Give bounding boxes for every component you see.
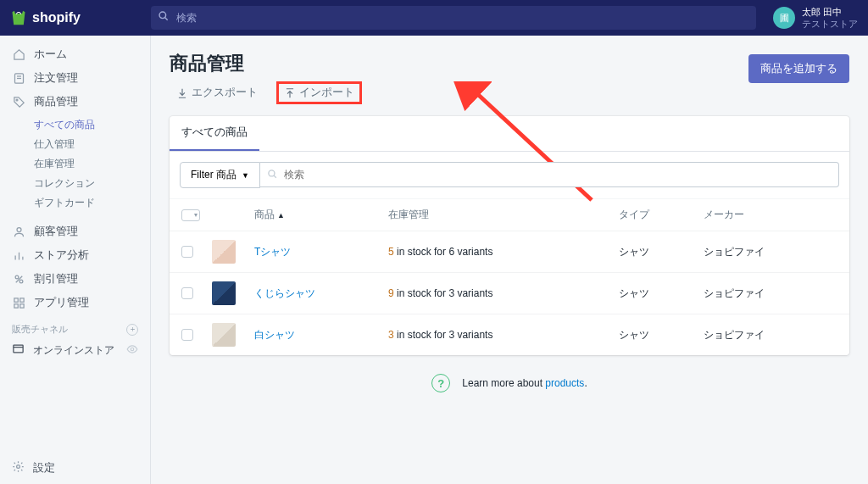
page-title: 商品管理 bbox=[170, 51, 362, 76]
channels-header: 販売チャネル ＋ bbox=[0, 314, 150, 339]
col-type[interactable]: タイプ bbox=[619, 208, 704, 222]
upload-icon bbox=[284, 87, 296, 99]
learn-suffix: . bbox=[584, 377, 587, 389]
channel-online-store[interactable]: オンラインストア bbox=[0, 339, 150, 361]
products-submenu: すべての商品 仕入管理 在庫管理 コレクション ギフトカード bbox=[0, 114, 150, 220]
vendor-cell: ショピファイ bbox=[704, 287, 837, 301]
global-search-input[interactable] bbox=[151, 6, 756, 30]
svg-rect-13 bbox=[14, 298, 17, 301]
filter-products-button[interactable]: Filter 商品 ▼ bbox=[180, 162, 260, 188]
avatar: 圃 bbox=[773, 7, 795, 29]
subnav-all-products[interactable]: すべての商品 bbox=[0, 115, 150, 135]
product-link[interactable]: くじらシャツ bbox=[254, 287, 315, 299]
export-button[interactable]: エクスポート bbox=[170, 81, 264, 104]
user-text: 太郎 田中 テストストア bbox=[802, 6, 858, 31]
col-vendor[interactable]: メーカー bbox=[704, 208, 837, 222]
subnav-transfers[interactable]: 仕入管理 bbox=[0, 135, 150, 154]
gear-icon bbox=[12, 460, 25, 476]
sidebar: ホーム 注文管理 商品管理 すべての商品 仕入管理 在庫管理 コレクション ギフ… bbox=[0, 36, 151, 484]
store-name: テストストア bbox=[802, 18, 858, 30]
svg-point-5 bbox=[16, 99, 18, 101]
row-checkbox[interactable] bbox=[181, 246, 193, 258]
type-cell: シャツ bbox=[619, 245, 704, 259]
row-checkbox[interactable] bbox=[181, 329, 193, 341]
card-tabs: すべての商品 bbox=[170, 116, 849, 152]
nav-discounts[interactable]: 割引管理 bbox=[0, 267, 150, 291]
customer-icon bbox=[12, 225, 25, 238]
col-inventory[interactable]: 在庫管理 bbox=[388, 208, 619, 222]
help-icon: ? bbox=[431, 374, 450, 392]
download-icon bbox=[176, 87, 188, 99]
nav-orders[interactable]: 注文管理 bbox=[0, 66, 150, 90]
shopify-bag-icon bbox=[10, 9, 27, 26]
filter-row: Filter 商品 ▼ bbox=[170, 152, 849, 199]
user-menu[interactable]: 圃 太郎 田中 テストストア bbox=[773, 6, 858, 31]
svg-rect-15 bbox=[14, 303, 17, 307]
table-row[interactable]: くじらシャツ9 in stock for 3 variantsシャツショピファイ bbox=[170, 272, 849, 314]
vendor-cell: ショピファイ bbox=[704, 245, 837, 259]
search-icon bbox=[158, 10, 170, 25]
top-bar: shopify 圃 太郎 田中 テストストア bbox=[0, 0, 868, 36]
nav-customers[interactable]: 顧客管理 bbox=[0, 220, 150, 243]
product-thumbnail bbox=[212, 323, 236, 347]
learn-more: ? Learn more about products. bbox=[170, 355, 849, 411]
table-row[interactable]: 白シャツ3 in stock for 3 variantsシャツショピファイ bbox=[170, 314, 849, 355]
channels-label: 販売チャネル bbox=[12, 323, 68, 336]
subnav-collections[interactable]: コレクション bbox=[0, 174, 150, 193]
col-product[interactable]: 商品▲ bbox=[254, 208, 388, 222]
learn-link[interactable]: products bbox=[545, 377, 584, 389]
discount-icon bbox=[12, 273, 25, 286]
apps-icon bbox=[12, 297, 25, 309]
product-thumbnail bbox=[212, 240, 236, 264]
products-card: すべての商品 Filter 商品 ▼ ▾ bbox=[170, 116, 849, 355]
import-button[interactable]: インポート bbox=[276, 81, 362, 104]
tab-all-products[interactable]: すべての商品 bbox=[170, 116, 259, 151]
svg-rect-16 bbox=[19, 303, 23, 307]
svg-rect-14 bbox=[19, 298, 23, 301]
brand-text: shopify bbox=[32, 10, 81, 25]
svg-point-11 bbox=[19, 280, 23, 283]
analytics-icon bbox=[12, 249, 25, 262]
add-channel-button[interactable]: ＋ bbox=[126, 324, 138, 336]
svg-line-12 bbox=[15, 275, 22, 282]
table-row[interactable]: Tシャツ5 in stock for 6 variantsシャツショピファイ bbox=[170, 231, 849, 272]
caret-down-icon: ▼ bbox=[242, 171, 249, 180]
tag-icon bbox=[12, 96, 25, 108]
nav-products[interactable]: 商品管理 bbox=[0, 90, 150, 114]
table-header: ▾ 商品▲ 在庫管理 タイプ メーカー bbox=[170, 199, 849, 231]
svg-rect-17 bbox=[14, 345, 23, 353]
global-search[interactable] bbox=[151, 6, 756, 30]
sort-asc-icon: ▲ bbox=[277, 211, 285, 220]
inventory-cell: 3 in stock for 3 variants bbox=[388, 329, 619, 341]
nav-settings[interactable]: 設定 bbox=[0, 452, 150, 484]
nav-analytics[interactable]: ストア分析 bbox=[0, 243, 150, 267]
user-name: 太郎 田中 bbox=[802, 6, 858, 18]
svg-line-23 bbox=[274, 175, 276, 178]
nav-home[interactable]: ホーム bbox=[0, 42, 150, 66]
orders-icon bbox=[12, 72, 25, 85]
product-link[interactable]: 白シャツ bbox=[254, 329, 295, 341]
svg-point-22 bbox=[269, 170, 275, 175]
select-all-checkbox[interactable]: ▾ bbox=[181, 209, 200, 221]
filter-search-input[interactable] bbox=[260, 162, 839, 187]
subnav-inventory[interactable]: 在庫管理 bbox=[0, 154, 150, 174]
store-icon bbox=[12, 342, 25, 358]
vendor-cell: ショピファイ bbox=[704, 328, 837, 342]
svg-point-6 bbox=[17, 227, 21, 231]
brand-logo[interactable]: shopify bbox=[10, 9, 151, 26]
svg-point-0 bbox=[159, 12, 166, 19]
view-store-icon[interactable] bbox=[126, 343, 138, 358]
main-content: 商品管理 エクスポート インポート 商品を追加する bbox=[151, 36, 868, 484]
inventory-cell: 9 in stock for 3 variants bbox=[388, 287, 619, 299]
product-link[interactable]: Tシャツ bbox=[254, 246, 291, 258]
product-thumbnail bbox=[212, 281, 236, 305]
type-cell: シャツ bbox=[619, 287, 704, 301]
add-product-button[interactable]: 商品を追加する bbox=[748, 54, 849, 83]
inventory-cell: 5 in stock for 6 variants bbox=[388, 246, 619, 258]
nav-apps[interactable]: アプリ管理 bbox=[0, 291, 150, 314]
svg-point-20 bbox=[17, 465, 20, 469]
row-checkbox[interactable] bbox=[181, 287, 193, 299]
search-icon bbox=[267, 168, 278, 183]
svg-line-1 bbox=[165, 18, 168, 20]
subnav-giftcards[interactable]: ギフトカード bbox=[0, 193, 150, 213]
